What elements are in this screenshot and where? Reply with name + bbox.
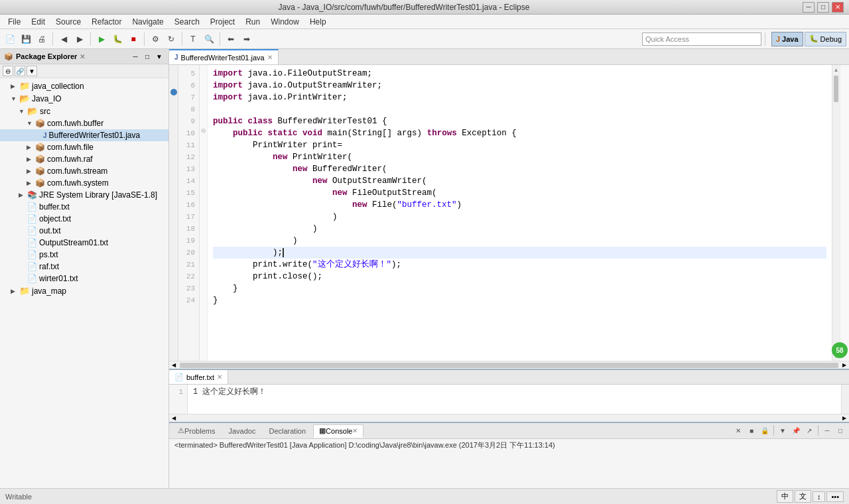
buffer-tab-close[interactable]: ✕ (217, 373, 222, 381)
quick-access-box[interactable]: Quick Access (642, 32, 761, 46)
tree-item-stream-pkg[interactable]: ▶ 📦 com.fuwh.stream (0, 165, 168, 177)
menu-help[interactable]: Help (304, 16, 332, 28)
tab-close-button[interactable]: ✕ (267, 54, 273, 61)
package-icon: 📦 (35, 155, 45, 164)
buffer-text-content[interactable]: 1 这个定义好长啊！ (188, 385, 841, 414)
menu-project[interactable]: Project (205, 16, 240, 28)
debug-perspective-button[interactable]: 🐛 Debug (805, 32, 846, 46)
pin-console-button[interactable]: 📌 (790, 425, 802, 437)
problems-tab[interactable]: ⚠ Problems (172, 424, 221, 438)
menu-window[interactable]: Window (265, 16, 304, 28)
menu-source[interactable]: Source (50, 16, 86, 28)
menu-run[interactable]: Run (240, 16, 265, 28)
editor-scrollbar-h[interactable]: ◀ ▶ (169, 361, 849, 369)
menu-file[interactable]: File (3, 16, 26, 28)
tree-item-buffered-writer[interactable]: J BufferedWriterTest01.java (0, 129, 168, 141)
open-console-button[interactable]: ↗ (803, 425, 815, 437)
code-line: ) (213, 211, 826, 223)
tree-item-outputstream-txt[interactable]: 📄 OutputStream01.txt (0, 237, 168, 249)
java-perspective-button[interactable]: J Java (771, 32, 803, 46)
editor-tab-buffered[interactable]: J BufferedWriterTest01.java ✕ (169, 49, 279, 64)
minimize-panel-button[interactable]: ─ (130, 51, 141, 62)
new-button[interactable]: 📄 (3, 32, 17, 46)
view-menu-button[interactable]: ▼ (154, 51, 164, 62)
encoding-button[interactable]: 中 (777, 490, 793, 503)
collapse-all-button[interactable]: ⊖ (3, 66, 13, 76)
save-button[interactable]: 💾 (19, 32, 33, 46)
clear-console-button[interactable]: ✕ (732, 425, 744, 437)
menu-navigate[interactable]: Navigate (127, 16, 168, 28)
close-button[interactable]: ✕ (832, 2, 844, 13)
scroll-left-button[interactable]: ◀ (169, 361, 178, 369)
tree-item-file-pkg[interactable]: ▶ 📦 com.fuwh.file (0, 141, 168, 153)
minimize-console-button[interactable]: ─ (821, 425, 833, 437)
h-scroll-thumb[interactable] (180, 363, 838, 368)
tree-item-raf-txt[interactable]: 📄 raf.txt (0, 261, 168, 273)
console-tab-close[interactable]: ✕ (352, 427, 358, 434)
tree-item-java-collection[interactable]: ▶ 📁 java_collection (0, 80, 168, 92)
stop-button[interactable]: ■ (126, 32, 141, 46)
scroll-thumb[interactable] (834, 76, 838, 102)
tree-item-system-pkg[interactable]: ▶ 📦 com.fuwh.system (0, 177, 168, 189)
tree-item-buffer-pkg[interactable]: ▼ 📦 com.fuwh.buffer (0, 117, 168, 129)
open-type-button[interactable]: T (186, 32, 200, 46)
console-tab[interactable]: ▦ Console ✕ (313, 424, 363, 438)
tree-item-out-txt[interactable]: 📄 out.txt (0, 225, 168, 237)
buffer-scrollbar[interactable] (841, 385, 849, 414)
next-edit-button[interactable]: ➡ (239, 32, 254, 46)
tree-item-jre[interactable]: ▶ 📚 JRE System Library [JavaSE-1.8] (0, 189, 168, 201)
tree-item-object-txt[interactable]: 📄 object.txt (0, 213, 168, 225)
tree-item-buffer-txt[interactable]: 📄 buffer.txt (0, 201, 168, 213)
scroll-right-button[interactable]: ▶ (840, 361, 849, 369)
tree-item-java-map[interactable]: ▶ 📁 java_map (0, 284, 168, 297)
tree-item-wirter-txt[interactable]: 📄 wirter01.txt (0, 273, 168, 284)
link-editor-button[interactable]: 🔗 (15, 66, 25, 76)
console-text: <terminated> BufferedWriterTest01 [Java … (174, 440, 844, 450)
package-icon: 📦 (35, 143, 45, 152)
input-mode-button[interactable]: ••• (826, 491, 844, 502)
line-ending-button[interactable]: 文 (795, 490, 811, 503)
maximize-panel-button[interactable]: □ (142, 51, 153, 62)
tree-item-raf-pkg[interactable]: ▶ 📦 com.fuwh.raf (0, 153, 168, 165)
run-button[interactable]: ▶ (94, 32, 109, 46)
scroll-lock-button[interactable]: 🔒 (759, 425, 771, 437)
toolbar-sep3 (144, 32, 145, 46)
toolbar-sep5 (220, 32, 220, 46)
fold-column: ⊖ (200, 65, 208, 361)
menu-refactor[interactable]: Refactor (86, 16, 127, 28)
bottom-panel: ⚠ Problems Javadoc Declaration ▦ Console… (169, 422, 849, 488)
tree-item-java-io[interactable]: ▼ 📂 Java_IO (0, 92, 168, 105)
console-menu-button[interactable]: ▼ (777, 425, 789, 437)
minimize-button[interactable]: ─ (803, 2, 815, 13)
buffer-scroll-left[interactable]: ◀ (169, 414, 178, 422)
forward-button[interactable]: ▶ (72, 32, 87, 46)
stop-console-button[interactable]: ■ (746, 425, 757, 437)
editor-scrollbar-v[interactable]: ▲ ▼ (832, 65, 840, 361)
menu-bar: File Edit Source Refactor Navigate Searc… (0, 15, 849, 29)
declaration-tab[interactable]: Declaration (263, 424, 312, 438)
maximize-console-button[interactable]: □ (834, 425, 846, 437)
build-button[interactable]: ⚙ (148, 32, 163, 46)
view-menu-button2[interactable]: ▼ (27, 66, 37, 76)
tree-item-ps-txt[interactable]: 📄 ps.txt (0, 249, 168, 261)
code-content[interactable]: import java.io.FileOutputStream; import … (208, 65, 832, 361)
buffer-scroll-right[interactable]: ▶ (840, 414, 849, 422)
scroll-up-button[interactable]: ▲ (832, 65, 840, 74)
buffer-h-scrollbar[interactable]: ◀ ▶ (169, 414, 849, 422)
tree-item-src[interactable]: ▼ 📂 src (0, 105, 168, 117)
print-button[interactable]: 🖨 (34, 32, 49, 46)
debug-button[interactable]: 🐛 (110, 32, 125, 46)
zoom-button[interactable]: ↕ (813, 491, 826, 502)
package-explorer-icon: 📦 (4, 52, 13, 61)
refresh-button[interactable]: ↻ (164, 32, 178, 46)
maximize-button[interactable]: □ (817, 2, 829, 13)
back-button[interactable]: ◀ (56, 32, 71, 46)
menu-search[interactable]: Search (169, 16, 205, 28)
javadoc-tab[interactable]: Javadoc (222, 424, 261, 438)
menu-edit[interactable]: Edit (26, 16, 50, 28)
buffer-txt-tab[interactable]: 📄 buffer.txt ✕ (169, 370, 228, 384)
title-bar: Java - Java_IO/src/com/fuwh/buffer/Buffe… (0, 0, 849, 15)
overview-ruler: 58 (840, 65, 849, 361)
search-tool-button[interactable]: 🔍 (202, 32, 216, 46)
prev-edit-button[interactable]: ⬅ (224, 32, 238, 46)
